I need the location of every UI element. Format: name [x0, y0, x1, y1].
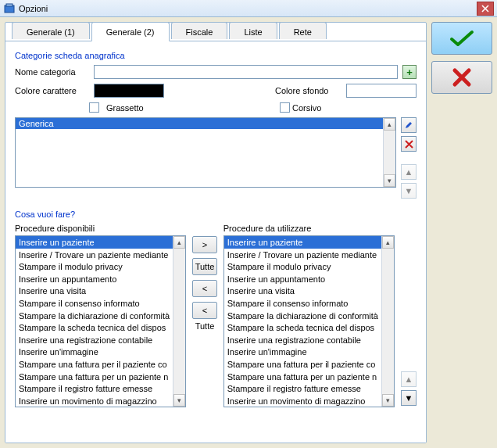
list-item[interactable]: Stampare una fattura per un paziente n	[224, 371, 381, 383]
list-item[interactable]: Stampare il modulo privacy	[16, 260, 173, 273]
plus-icon: +	[406, 66, 413, 78]
tab-generale-2[interactable]: Generale (2)	[91, 22, 170, 41]
tab-liste[interactable]: Liste	[229, 22, 277, 39]
procedures-used-listbox[interactable]: Inserire un pazienteInserire / Trovare u…	[223, 235, 395, 407]
nome-categoria-input[interactable]	[94, 65, 398, 79]
scroll-down-icon[interactable]: ▾	[173, 394, 185, 407]
move-category-up-button[interactable]: ▲	[401, 164, 417, 180]
app-icon	[3, 2, 16, 15]
list-item[interactable]: Inserire un paziente	[16, 236, 173, 249]
move-category-down-button[interactable]: ▼	[401, 183, 417, 199]
pencil-icon	[404, 120, 413, 130]
list-item[interactable]: Inserire un'immagine	[224, 346, 381, 358]
triangle-down-icon: ▼	[405, 393, 413, 403]
list-item[interactable]: Inserire un'immagine	[16, 346, 173, 358]
dialog-buttons	[431, 22, 492, 443]
category-scrollbar[interactable]: ▴ ▾	[383, 118, 395, 187]
list-item[interactable]: Inserire una registrazione contabile	[16, 334, 173, 346]
tab-generale-1[interactable]: Generale (1)	[12, 22, 90, 39]
category-listbox[interactable]: Generica ▴ ▾	[15, 117, 396, 188]
checkbox-grassetto[interactable]	[89, 102, 99, 113]
ok-button[interactable]	[431, 22, 492, 55]
move-procedure-up-button[interactable]: ▲	[401, 371, 417, 387]
list-item[interactable]: Stampare una fattura per il paziente co	[16, 358, 173, 371]
list-item[interactable]: Stampare una fattura per un paziente n	[16, 371, 173, 383]
available-scrollbar[interactable]: ▴ ▾	[173, 236, 185, 407]
triangle-up-icon: ▲	[405, 167, 413, 177]
x-icon	[452, 67, 472, 88]
list-item[interactable]: Inserire un appuntamento	[224, 273, 381, 285]
checkbox-corsivo[interactable]	[280, 102, 290, 113]
list-item[interactable]: Stampare il modulo privacy	[224, 260, 381, 273]
list-item[interactable]: Inserire un movimento di magazzino	[16, 395, 173, 407]
list-item[interactable]: Inserire un appuntamento	[16, 273, 173, 285]
cancel-button[interactable]	[431, 61, 492, 94]
edit-category-button[interactable]	[401, 117, 417, 133]
list-item[interactable]: Inserire / Trovare un paziente mediante	[16, 249, 173, 261]
label-colore-carattere: Colore carattere	[15, 86, 89, 95]
triangle-down-icon: ▼	[405, 186, 413, 195]
tab-rete[interactable]: Rete	[279, 22, 327, 39]
svg-rect-1	[6, 4, 13, 6]
add-all-button[interactable]: Tutte >	[192, 258, 217, 275]
list-item[interactable]: Stampare la scheda tecnica del dispos	[224, 321, 381, 334]
list-item[interactable]: Stampare una fattura per il paziente co	[224, 358, 381, 371]
scroll-up-icon[interactable]: ▴	[384, 118, 395, 131]
scroll-down-icon[interactable]: ▾	[384, 174, 395, 187]
used-header: Procedure da utilizzare	[223, 224, 395, 233]
delete-category-button[interactable]	[401, 136, 417, 152]
used-scrollbar[interactable]: ▴ ▾	[381, 236, 394, 407]
remove-all-button[interactable]: < Tutte	[192, 302, 217, 319]
scroll-up-icon[interactable]: ▴	[382, 236, 394, 249]
list-item[interactable]: Stampare il registro fatture emesse	[16, 382, 173, 395]
list-item[interactable]: Inserire un paziente	[224, 236, 381, 249]
list-item[interactable]: Inserire una visita	[224, 285, 381, 297]
list-item[interactable]: Inserire / Trovare un paziente mediante	[224, 249, 381, 261]
window-title: Opzioni	[19, 4, 477, 13]
list-item[interactable]: Stampare la dichiarazione di conformità	[16, 310, 173, 322]
list-item[interactable]: Inserire una visita	[16, 285, 173, 297]
tab-fiscale[interactable]: Fiscale	[171, 22, 228, 39]
titlebar: Opzioni	[0, 0, 497, 17]
scroll-up-icon[interactable]: ▴	[173, 236, 185, 249]
list-item[interactable]: Stampare il consenso informato	[224, 297, 381, 310]
label-nome-categoria: Nome categoria	[15, 67, 89, 77]
add-category-button[interactable]: +	[402, 65, 417, 79]
list-item[interactable]: Stampare il registro fatture emesse	[224, 382, 381, 395]
section-categories-title: Categorie scheda anagrafica	[15, 51, 417, 60]
checkmark-icon	[449, 30, 475, 47]
list-item[interactable]: Stampare la dichiarazione di conformità	[224, 310, 381, 322]
list-item[interactable]: Stampare il consenso informato	[16, 297, 173, 310]
remove-one-button[interactable]: <	[192, 280, 217, 297]
add-one-button[interactable]: >	[192, 236, 217, 253]
color-sfondo-swatch[interactable]	[346, 84, 417, 98]
list-item[interactable]: Stampare la scheda tecnica del dispos	[16, 321, 173, 334]
list-item[interactable]: Inserire un movimento di magazzino	[224, 395, 381, 407]
label-colore-sfondo: Colore sfondo	[275, 86, 341, 95]
main-panel: Generale (1) Generale (2) Fiscale Liste …	[5, 22, 427, 443]
section-cosa-title: Cosa vuoi fare?	[15, 210, 417, 219]
label-grassetto: Grassetto	[106, 103, 144, 113]
available-header: Procedure disponibili	[15, 224, 186, 233]
tab-body: Categorie scheda anagrafica Nome categor…	[5, 41, 426, 443]
window-close-button[interactable]	[477, 2, 494, 16]
move-procedure-down-button[interactable]: ▼	[401, 390, 417, 406]
color-carattere-swatch[interactable]	[94, 84, 164, 98]
scroll-down-icon[interactable]: ▾	[382, 394, 394, 407]
x-icon	[405, 140, 413, 149]
list-item[interactable]: Inserire una registrazione contabile	[224, 334, 381, 346]
label-corsivo: Corsivo	[292, 103, 321, 113]
procedures-available-listbox[interactable]: Inserire un pazienteInserire / Trovare u…	[15, 235, 186, 407]
category-item[interactable]: Generica	[16, 118, 383, 129]
tab-strip: Generale (1) Generale (2) Fiscale Liste …	[12, 22, 328, 41]
triangle-up-icon: ▲	[405, 375, 413, 384]
